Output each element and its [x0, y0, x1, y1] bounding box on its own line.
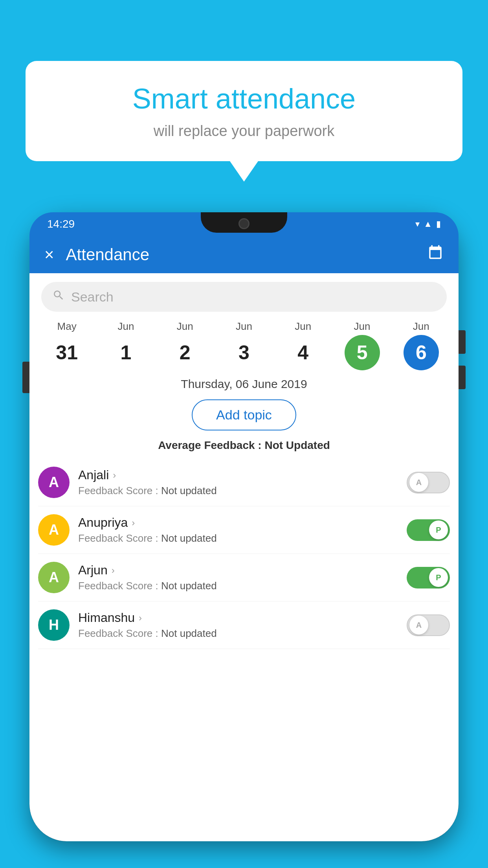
- student-name[interactable]: Anupriya ›: [78, 515, 398, 530]
- close-button[interactable]: ×: [44, 246, 54, 263]
- avatar: A: [38, 562, 70, 593]
- side-button-volume-down: [459, 366, 466, 389]
- calendar-icon[interactable]: [427, 245, 444, 265]
- toggle-wrapper: A: [407, 614, 450, 636]
- search-input[interactable]: Search: [71, 289, 114, 305]
- student-item: AAnupriya ›Feedback Score : Not updatedP: [38, 506, 450, 554]
- date-item[interactable]: Jun2: [165, 320, 205, 370]
- feedback-score: Feedback Score : Not updated: [78, 532, 398, 544]
- date-month: Jun: [354, 320, 371, 333]
- speech-bubble: Smart attendance will replace your paper…: [26, 61, 462, 161]
- toggle-knob: A: [409, 616, 428, 634]
- side-button-power: [459, 330, 466, 354]
- date-number[interactable]: 1: [108, 335, 143, 370]
- avatar: A: [38, 514, 70, 546]
- bubble-subtitle: will replace your paperwork: [49, 123, 439, 140]
- search-bar[interactable]: Search: [41, 282, 447, 312]
- student-item: HHimanshu ›Feedback Score : Not updatedA: [38, 601, 450, 649]
- date-row: May31Jun1Jun2Jun3Jun4Jun5Jun6: [29, 320, 459, 370]
- date-month: May: [57, 320, 77, 333]
- status-icons: ▾ ▲ ▮: [415, 219, 441, 229]
- date-item[interactable]: May31: [47, 320, 86, 370]
- date-number[interactable]: 31: [49, 335, 84, 370]
- date-month: Jun: [117, 320, 134, 333]
- speech-bubble-container: Smart attendance will replace your paper…: [26, 61, 462, 161]
- screen-content: Search May31Jun1Jun2Jun3Jun4Jun5Jun6 Thu…: [29, 273, 459, 841]
- date-month: Jun: [177, 320, 193, 333]
- student-item: AAnjali ›Feedback Score : Not updatedA: [38, 459, 450, 506]
- toggle-knob: P: [429, 568, 448, 587]
- date-month: Jun: [295, 320, 311, 333]
- date-item[interactable]: Jun6: [402, 320, 441, 370]
- date-month: Jun: [413, 320, 429, 333]
- student-list: AAnjali ›Feedback Score : Not updatedAAA…: [29, 459, 459, 649]
- date-number[interactable]: 2: [167, 335, 203, 370]
- date-number[interactable]: 5: [345, 335, 380, 370]
- student-info: Anjali ›Feedback Score : Not updated: [78, 468, 398, 497]
- wifi-icon: ▾: [415, 219, 420, 229]
- app-header: × Attendance: [29, 236, 459, 273]
- notch: [201, 212, 287, 233]
- avatar: H: [38, 609, 70, 641]
- avatar: A: [38, 467, 70, 498]
- date-item[interactable]: Jun5: [343, 320, 382, 370]
- chevron-icon: ›: [139, 612, 142, 623]
- side-button-volume: [22, 362, 29, 393]
- student-info: Arjun ›Feedback Score : Not updated: [78, 563, 398, 592]
- student-name[interactable]: Arjun ›: [78, 563, 398, 577]
- phone-wrapper: 14:29 ▾ ▲ ▮ × Attendance: [29, 212, 459, 868]
- bubble-title: Smart attendance: [49, 83, 439, 115]
- date-number[interactable]: 3: [226, 335, 262, 370]
- add-topic-button[interactable]: Add topic: [192, 399, 296, 430]
- attendance-toggle[interactable]: P: [407, 519, 450, 541]
- battery-icon: ▮: [436, 219, 441, 229]
- date-item[interactable]: Jun3: [224, 320, 264, 370]
- student-info: Himanshu ›Feedback Score : Not updated: [78, 611, 398, 640]
- student-info: Anupriya ›Feedback Score : Not updated: [78, 515, 398, 544]
- avg-feedback-value: Not Updated: [264, 439, 330, 451]
- attendance-toggle[interactable]: P: [407, 567, 450, 588]
- toggle-wrapper: A: [407, 472, 450, 493]
- avg-feedback: Average Feedback : Not Updated: [29, 439, 459, 452]
- selected-date-label: Thursday, 06 June 2019: [29, 377, 459, 391]
- chevron-icon: ›: [132, 517, 135, 528]
- attendance-toggle[interactable]: A: [407, 614, 450, 636]
- status-time: 14:29: [47, 218, 75, 230]
- date-item[interactable]: Jun1: [106, 320, 145, 370]
- toggle-knob: P: [429, 520, 448, 539]
- phone-frame: 14:29 ▾ ▲ ▮ × Attendance: [29, 212, 459, 841]
- feedback-score: Feedback Score : Not updated: [78, 580, 398, 592]
- attendance-toggle[interactable]: A: [407, 472, 450, 493]
- student-name[interactable]: Himanshu ›: [78, 611, 398, 625]
- camera: [238, 218, 250, 229]
- date-number[interactable]: 6: [404, 335, 439, 370]
- date-item[interactable]: Jun4: [283, 320, 323, 370]
- student-item: AArjun ›Feedback Score : Not updatedP: [38, 554, 450, 601]
- feedback-score: Feedback Score : Not updated: [78, 627, 398, 640]
- header-title: Attendance: [66, 245, 415, 264]
- student-name[interactable]: Anjali ›: [78, 468, 398, 482]
- search-icon: [52, 289, 65, 305]
- chevron-icon: ›: [113, 470, 116, 481]
- chevron-icon: ›: [112, 565, 115, 576]
- avg-feedback-label: Average Feedback :: [158, 439, 264, 451]
- date-number[interactable]: 4: [285, 335, 321, 370]
- feedback-score: Feedback Score : Not updated: [78, 485, 398, 497]
- toggle-wrapper: P: [407, 519, 450, 541]
- toggle-knob: A: [409, 473, 428, 492]
- signal-icon: ▲: [424, 219, 432, 229]
- toggle-wrapper: P: [407, 567, 450, 588]
- date-month: Jun: [236, 320, 252, 333]
